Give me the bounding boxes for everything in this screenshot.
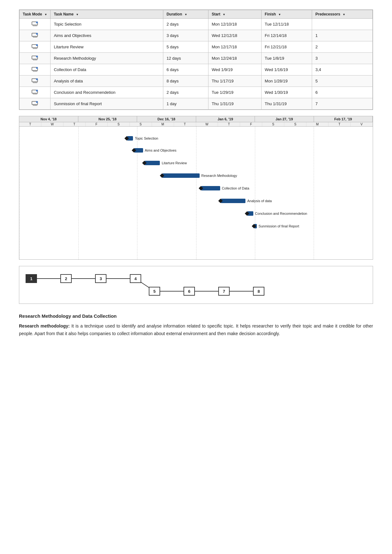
svg-point-5 xyxy=(36,33,38,35)
predecessors-cell: 6 xyxy=(312,87,373,98)
predecessors-dropdown-icon[interactable]: ▼ xyxy=(343,13,346,16)
duration-cell: 1 day xyxy=(163,98,208,110)
finish-cell: Fri 12/14/18 xyxy=(262,30,312,41)
predecessors-cell xyxy=(312,19,373,30)
task-mode-icon xyxy=(32,100,39,106)
gantt-grid-line xyxy=(19,127,20,259)
gantt-day-cell: T xyxy=(63,122,86,126)
gantt-day-cell: M xyxy=(152,122,174,126)
section-heading: Research Methodology and Data Collection xyxy=(19,313,373,319)
section-paragraph: Research methodology: It is a technique … xyxy=(19,322,373,338)
svg-point-2 xyxy=(36,21,38,23)
gantt-day-cell: W xyxy=(196,122,218,126)
svg-point-20 xyxy=(36,90,38,92)
duration-dropdown-icon[interactable]: ▼ xyxy=(184,13,187,16)
gantt-month-label: Jan 27, '19 xyxy=(255,116,314,122)
gantt-grid-line xyxy=(196,127,196,259)
gantt-month-label: Jan 6, '19 xyxy=(196,116,255,122)
text-section: Research Methodology and Data Collection… xyxy=(19,313,373,338)
network-node-4: 4 xyxy=(130,274,141,283)
finish-cell: Mon 1/28/19 xyxy=(262,75,312,87)
svg-point-14 xyxy=(36,67,38,69)
task-mode-cell xyxy=(20,19,51,30)
start-cell: Wed 12/12/18 xyxy=(208,30,262,41)
duration-cell: 5 days xyxy=(163,41,208,53)
gantt-day-cell: S xyxy=(108,122,130,126)
task-mode-cell xyxy=(20,30,51,41)
col-header-task-mode[interactable]: Task Mode ▼ xyxy=(20,10,51,19)
gantt-month-label: Nov 4, '18 xyxy=(19,116,78,122)
task-mode-icon xyxy=(32,21,39,27)
task-mode-cell xyxy=(20,75,51,87)
finish-cell: Wed 1/16/19 xyxy=(262,64,312,75)
gantt-day-cell: S xyxy=(262,122,284,126)
task-mode-cell xyxy=(20,64,51,75)
duration-cell: 6 days xyxy=(163,64,208,75)
gantt-task-label: Conclusion and Recommendetion xyxy=(255,212,307,215)
task-name-cell: Aims and Objectives xyxy=(51,30,163,41)
gantt-grid-line xyxy=(314,127,314,259)
gantt-chart-wrapper: Nov 4, '18Nov 25, '18Dec 16, '18Jan 6, '… xyxy=(19,116,373,260)
task-mode-icon xyxy=(32,78,39,83)
task-mode-cell xyxy=(20,87,51,98)
col-header-finish[interactable]: Finish ▼ xyxy=(262,10,312,19)
task-mode-icon xyxy=(32,66,39,72)
finish-dropdown-icon[interactable]: ▼ xyxy=(278,13,281,16)
gantt-month-label: Dec 16, '18 xyxy=(137,116,196,122)
start-cell: Thu 1/17/19 xyxy=(208,75,262,87)
duration-cell: 3 days xyxy=(163,30,208,41)
col-header-duration[interactable]: Duration ▼ xyxy=(163,10,208,19)
start-dropdown-icon[interactable]: ▼ xyxy=(223,13,226,16)
duration-cell: 12 days xyxy=(163,53,208,64)
gantt-bar xyxy=(162,173,199,178)
duration-cell: 2 days xyxy=(163,87,208,98)
gantt-day-cell: T xyxy=(174,122,196,126)
predecessors-cell: 2 xyxy=(312,41,373,53)
task-mode-cell xyxy=(20,53,51,64)
task-name-cell: Topic Selection xyxy=(51,19,163,30)
task-mode-icon xyxy=(32,44,39,49)
task-mode-dropdown-icon[interactable]: ▼ xyxy=(44,13,47,16)
gantt-day-cell: W xyxy=(41,122,63,126)
start-cell: Mon 12/10/18 xyxy=(208,19,262,30)
task-mode-icon xyxy=(32,89,39,95)
start-cell: Thu 1/31/19 xyxy=(208,98,262,110)
col-header-start[interactable]: Start ▼ xyxy=(208,10,262,19)
gantt-bar xyxy=(201,186,220,190)
task-name-cell: Litarture Review xyxy=(51,41,163,53)
finish-cell: Tue 12/11/18 xyxy=(262,19,312,30)
start-cell: Mon 12/24/18 xyxy=(208,53,262,64)
network-node-1: 1 xyxy=(26,274,37,283)
gantt-table-wrapper: Task Mode ▼ Task Name ▼ Duration ▼ Start… xyxy=(19,9,373,110)
predecessors-cell: 3 xyxy=(312,53,373,64)
gantt-bar xyxy=(145,161,160,165)
gantt-day-cell: T xyxy=(19,122,41,126)
task-name-cell: Research Methodology xyxy=(51,53,163,64)
gantt-task-label: Topic Selection xyxy=(135,136,158,140)
svg-point-23 xyxy=(36,101,38,103)
col-header-predecessors[interactable]: Predecessors ▼ xyxy=(312,10,373,19)
network-node-8: 8 xyxy=(253,287,264,296)
section-body: Research methodology: It is a technique … xyxy=(19,322,373,338)
gantt-grid-line xyxy=(78,127,79,259)
svg-point-8 xyxy=(36,44,38,46)
gantt-day-cell: F xyxy=(240,122,262,126)
task-mode-cell xyxy=(20,98,51,110)
gantt-chart-body: Topic SelectionAims and ObjectivesLitart… xyxy=(19,127,373,259)
task-name-cell: Collection of Data xyxy=(51,64,163,75)
col-header-task-name[interactable]: Task Name ▼ xyxy=(51,10,163,19)
task-name-dropdown-icon[interactable]: ▼ xyxy=(76,13,79,16)
start-cell: Wed 1/9/19 xyxy=(208,64,262,75)
gantt-task-label: Sunmission of final Report xyxy=(259,224,299,228)
network-diagram: 12345678 xyxy=(19,266,373,304)
gantt-day-cell: T xyxy=(329,122,351,126)
duration-cell: 2 days xyxy=(163,19,208,30)
gantt-task-label: Analysis of data xyxy=(247,199,272,203)
finish-cell: Fri 12/21/18 xyxy=(262,41,312,53)
network-node-7: 7 xyxy=(218,287,230,296)
task-name-cell: Sunmission of final Report xyxy=(51,98,163,110)
gantt-chart-month-header: Nov 4, '18Nov 25, '18Dec 16, '18Jan 6, '… xyxy=(19,116,373,122)
gantt-task-label: Research Methodology xyxy=(201,174,237,178)
network-node-5: 5 xyxy=(149,287,160,296)
task-name-cell: Conclusion and Recommendetion xyxy=(51,87,163,98)
